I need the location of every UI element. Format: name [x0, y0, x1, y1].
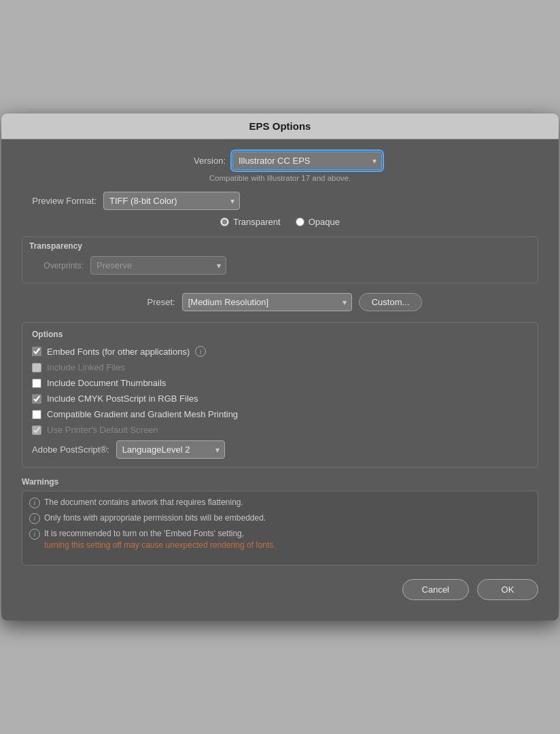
transparent-radio-item[interactable]: Transparent	[220, 217, 281, 227]
warnings-box[interactable]: i The document contains artwork that req…	[22, 491, 538, 565]
postscript-row: Adobe PostScript®: LanguageLevel 2 Langu…	[32, 440, 528, 459]
printers-screen-checkbox	[32, 425, 41, 435]
overprints-label: Overprints:	[29, 261, 84, 270]
preset-label: Preset:	[138, 297, 175, 307]
option-printers-screen: Use Printer's Default Screen	[32, 425, 528, 435]
opaque-radio-item[interactable]: Opaque	[296, 217, 340, 227]
custom-button[interactable]: Custom...	[359, 293, 423, 311]
postscript-select-wrapper: LanguageLevel 2 LanguageLevel 3	[116, 440, 225, 459]
overprint-row: Overprints: Preserve Discard Simulate	[29, 256, 531, 275]
cmyk-postscript-checkbox[interactable]	[32, 394, 41, 404]
transparency-title: Transparency	[29, 241, 531, 251]
warning-text-2: Only fonts with appropriate permission b…	[44, 512, 266, 524]
preview-format-label: Preview Format:	[22, 196, 97, 206]
cancel-button[interactable]: Cancel	[402, 579, 469, 600]
preset-select-wrapper: [Medium Resolution] [High Resolution] [S…	[182, 293, 352, 311]
version-select-wrapper: Illustrator CC EPS Illustrator CS6 EPS I…	[232, 152, 382, 170]
warning-item-1: i The document contains artwork that req…	[29, 497, 531, 508]
option-cmyk-postscript: Include CMYK PostScript in RGB Files	[32, 394, 528, 404]
warnings-title: Warnings	[22, 477, 538, 487]
cmyk-postscript-label: Include CMYK PostScript in RGB Files	[47, 394, 198, 404]
doc-thumbnails-label: Include Document Thumbnails	[47, 378, 166, 388]
option-compatible-gradient: Compatible Gradient and Gradient Mesh Pr…	[32, 409, 528, 419]
embed-fonts-checkbox[interactable]	[32, 347, 41, 356]
include-linked-label: Include Linked Files	[47, 362, 125, 372]
warnings-section: Warnings i The document contains artwork…	[22, 477, 538, 565]
opaque-radio[interactable]	[296, 217, 304, 226]
transparent-radio[interactable]	[220, 217, 229, 226]
include-linked-checkbox	[32, 363, 41, 372]
warning-item-2: i Only fonts with appropriate permission…	[29, 512, 531, 524]
compat-text: Compatible with Illustrator 17 and above…	[22, 174, 538, 182]
options-section: Options Embed Fonts (for other applicati…	[22, 322, 538, 468]
preset-select[interactable]: [Medium Resolution] [High Resolution] [S…	[182, 293, 352, 311]
dialog-title: EPS Options	[1, 113, 559, 139]
option-include-linked: Include Linked Files	[32, 362, 528, 372]
preview-format-row: Preview Format: TIFF (8-bit Color) TIFF …	[22, 192, 538, 210]
opaque-label: Opaque	[309, 217, 340, 227]
embed-fonts-label: Embed Fonts (for other applications)	[47, 347, 190, 357]
preset-row: Preset: [Medium Resolution] [High Resolu…	[22, 293, 538, 311]
warning-info-icon-3: i	[29, 529, 40, 540]
footer: Cancel OK	[22, 576, 538, 607]
doc-thumbnails-checkbox[interactable]	[32, 379, 41, 388]
overprints-select[interactable]: Preserve Discard Simulate	[90, 256, 226, 275]
compatible-gradient-checkbox[interactable]	[32, 410, 41, 419]
warning-text-1: The document contains artwork that requi…	[44, 497, 243, 508]
option-doc-thumbnails: Include Document Thumbnails	[32, 378, 528, 388]
printers-screen-label: Use Printer's Default Screen	[47, 425, 158, 435]
postscript-select[interactable]: LanguageLevel 2 LanguageLevel 3	[116, 440, 225, 459]
version-label: Version:	[178, 156, 226, 166]
overprints-select-wrapper: Preserve Discard Simulate	[90, 256, 226, 275]
transparency-section: Transparency Overprints: Preserve Discar…	[22, 237, 538, 283]
warning-info-icon-1: i	[29, 497, 40, 508]
postscript-label: Adobe PostScript®:	[32, 444, 109, 455]
embed-fonts-info-icon[interactable]: i	[195, 346, 206, 357]
compatible-gradient-label: Compatible Gradient and Gradient Mesh Pr…	[47, 409, 238, 419]
option-embed-fonts: Embed Fonts (for other applications) i	[32, 346, 528, 357]
warning-text-3: It is recommended to turn on the 'Embed …	[44, 528, 276, 551]
version-row: Version: Illustrator CC EPS Illustrator …	[22, 152, 538, 170]
warning-info-icon-2: i	[29, 513, 40, 524]
ok-button[interactable]: OK	[477, 579, 538, 600]
preview-format-select-wrapper: TIFF (8-bit Color) TIFF (1-bit Black and…	[103, 192, 240, 210]
eps-options-dialog: EPS Options Version: Illustrator CC EPS …	[1, 113, 559, 621]
transparent-label: Transparent	[233, 217, 281, 227]
options-title: Options	[32, 330, 528, 339]
preview-format-select[interactable]: TIFF (8-bit Color) TIFF (1-bit Black and…	[103, 192, 240, 210]
transparency-mode-row: Transparent Opaque	[22, 217, 538, 227]
version-select[interactable]: Illustrator CC EPS Illustrator CS6 EPS I…	[232, 152, 382, 170]
warning-item-3: i It is recommended to turn on the 'Embe…	[29, 528, 531, 551]
